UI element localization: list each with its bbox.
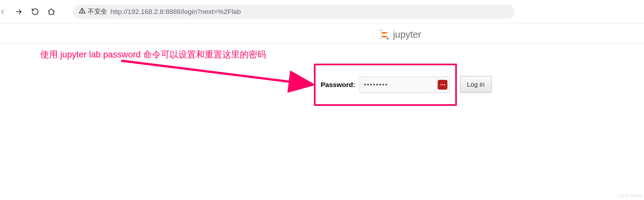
login-form-highlight: Password: [314, 64, 457, 106]
jupyter-logo: jupyter [379, 29, 421, 40]
watermark: CSDN @tekin [618, 194, 642, 198]
jupyter-logo-icon [379, 29, 390, 40]
svg-point-9 [442, 84, 443, 85]
svg-point-5 [380, 38, 382, 39]
annotation-text: 使用 jupyter lab password 命令可以设置和重置这里的密码 [40, 49, 266, 60]
url-text: http://192.168.2.8:8888/login?next=%2Fla… [110, 8, 241, 16]
page-header: jupyter [0, 23, 644, 43]
security-badge[interactable]: 不安全 [79, 7, 107, 16]
login-button[interactable]: Log in [460, 76, 492, 93]
warning-icon [79, 7, 86, 16]
svg-line-7 [121, 61, 311, 84]
browser-toolbar: 不安全 http://192.168.2.8:8888/login?next=%… [0, 0, 644, 23]
password-manager-icon[interactable] [438, 80, 447, 90]
jupyter-logo-text: jupyter [393, 29, 421, 40]
address-bar[interactable]: 不安全 http://192.168.2.8:8888/login?next=%… [73, 5, 515, 19]
back-button[interactable] [0, 7, 7, 16]
security-label: 不安全 [88, 7, 107, 16]
svg-point-2 [82, 12, 82, 12]
svg-point-4 [387, 38, 389, 39]
svg-point-3 [380, 30, 382, 31]
password-input-container [360, 77, 450, 93]
svg-point-8 [440, 84, 441, 85]
reload-button[interactable] [31, 7, 40, 16]
home-button[interactable] [47, 7, 56, 16]
password-input[interactable] [360, 77, 450, 93]
password-label: Password: [321, 81, 355, 89]
forward-button[interactable] [14, 7, 23, 16]
annotation-arrow [120, 57, 321, 96]
